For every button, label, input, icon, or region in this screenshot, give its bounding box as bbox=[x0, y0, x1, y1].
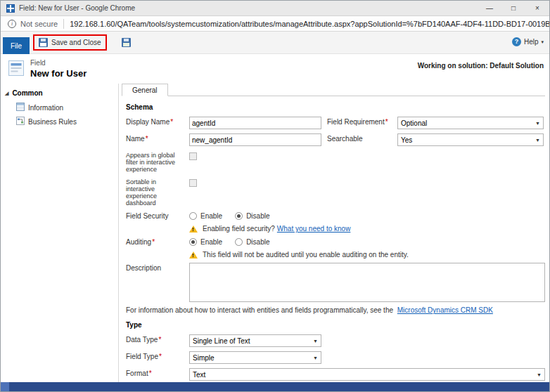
field-security-disable-radio[interactable] bbox=[235, 212, 243, 220]
auditing-enable-radio[interactable] bbox=[189, 238, 197, 246]
sidebar: ◢ Common Information bbox=[1, 84, 119, 382]
required-marker: * bbox=[159, 353, 162, 360]
field-security-label: Field Security bbox=[126, 211, 185, 220]
tree-expander-icon: ◢ bbox=[5, 91, 8, 96]
field-type-row: Field Type* Simple ▼ bbox=[126, 351, 545, 364]
required-marker: * bbox=[149, 370, 152, 377]
data-type-row: Data Type* Single Line of Text ▼ bbox=[126, 334, 545, 347]
warning-icon bbox=[189, 251, 198, 259]
dropdown-arrow-icon: ▼ bbox=[535, 138, 540, 143]
information-icon bbox=[16, 103, 25, 112]
security-warning-text: Enabling field security? bbox=[203, 225, 275, 233]
sortable-checkbox[interactable] bbox=[189, 179, 197, 187]
sidebar-item-business-rules[interactable]: Business Rules bbox=[1, 115, 118, 129]
field-entity-icon bbox=[8, 60, 25, 79]
maximize-button[interactable]: □ bbox=[501, 1, 525, 15]
help-caret-icon: ▾ bbox=[541, 39, 544, 45]
global-filter-label: Appears in global filter in interactive … bbox=[126, 150, 185, 173]
format-row: Format* Text ▼ bbox=[126, 368, 545, 381]
auditing-warning-text: This field will not be audited until you… bbox=[203, 251, 409, 259]
status-bar bbox=[1, 382, 549, 391]
field-security-help-link[interactable]: What you need to know bbox=[277, 225, 351, 233]
searchable-select[interactable]: Yes ▼ bbox=[397, 133, 544, 146]
warning-icon bbox=[189, 226, 198, 233]
tab-general[interactable]: General bbox=[122, 84, 168, 96]
field-type-label: Field Type* bbox=[126, 351, 185, 360]
page-header: Field New for User Working on solution: … bbox=[1, 54, 549, 84]
auditing-label: Auditing* bbox=[126, 237, 185, 246]
page-kicker: Field bbox=[30, 59, 46, 67]
field-requirement-select[interactable]: Optional ▼ bbox=[397, 117, 544, 129]
auditing-disable-radio[interactable] bbox=[235, 238, 243, 246]
field-security-row: Field Security Enable Disable bbox=[126, 211, 545, 220]
display-name-label: Display Name* bbox=[126, 117, 185, 126]
help-button[interactable]: ? Help ▾ bbox=[512, 37, 544, 46]
save-icon bbox=[39, 38, 48, 47]
name-row: Name* Searchable Yes ▼ bbox=[126, 133, 545, 146]
data-type-select[interactable]: Single Line of Text ▼ bbox=[189, 334, 321, 347]
not-secure-label: Not secure bbox=[20, 20, 58, 28]
address-bar: i Not secure 192.168.1.60/QATeam/tools/s… bbox=[1, 16, 549, 32]
sidebar-item-information[interactable]: Information bbox=[1, 100, 118, 115]
required-marker: * bbox=[152, 238, 155, 246]
field-security-enable-radio[interactable] bbox=[189, 212, 197, 220]
crm-sdk-link[interactable]: Microsoft Dynamics CRM SDK bbox=[397, 306, 493, 314]
browser-window: Field: New for User - Google Chrome — □ … bbox=[0, 0, 550, 392]
format-label: Format* bbox=[126, 368, 185, 377]
auditing-row: Auditing* Enable Disable bbox=[126, 237, 545, 246]
titlebar: Field: New for User - Google Chrome — □ … bbox=[1, 1, 549, 16]
sidebar-group-common[interactable]: ◢ Common bbox=[1, 84, 118, 100]
dropdown-arrow-icon: ▼ bbox=[535, 121, 540, 126]
sidebar-item-label: Business Rules bbox=[28, 118, 77, 126]
close-button[interactable]: × bbox=[525, 1, 549, 15]
field-type-select[interactable]: Simple ▼ bbox=[189, 351, 321, 364]
main-content: General Schema Display Name* Field Requi… bbox=[119, 84, 549, 382]
solution-label: Working on solution: Default Solution bbox=[418, 62, 544, 70]
sidebar-group-label: Common bbox=[12, 89, 42, 97]
auditing-enable-label: Enable bbox=[200, 238, 222, 246]
description-row: Description bbox=[126, 263, 545, 302]
global-filter-row: Appears in global filter in interactive … bbox=[126, 150, 545, 173]
display-name-row: Display Name* Field Requirement* Optiona… bbox=[126, 117, 545, 129]
window-title: Field: New for User - Google Chrome bbox=[19, 4, 478, 12]
sortable-label: Sortable in interactive experience dashb… bbox=[126, 177, 185, 207]
description-textarea[interactable] bbox=[189, 263, 545, 302]
dropdown-arrow-icon: ▼ bbox=[313, 339, 318, 344]
file-button[interactable]: File bbox=[3, 37, 30, 54]
data-type-label: Data Type* bbox=[126, 334, 185, 344]
url-text[interactable]: 192.168.1.60/QATeam/tools/systemcustomiz… bbox=[70, 20, 549, 28]
ribbon-toolbar: File Save and Close ? Help ▾ bbox=[1, 32, 549, 54]
sidebar-item-label: Information bbox=[28, 104, 63, 112]
site-info-icon[interactable]: i bbox=[8, 20, 16, 28]
field-security-disable-label: Disable bbox=[246, 212, 269, 220]
field-requirement-label: Field Requirement* bbox=[327, 117, 395, 126]
display-name-input[interactable] bbox=[189, 117, 321, 129]
page-title: New for User bbox=[30, 68, 87, 79]
description-label: Description bbox=[126, 263, 185, 272]
save-and-new-icon bbox=[122, 38, 131, 47]
save-and-new-button[interactable] bbox=[122, 38, 131, 47]
schema-heading: Schema bbox=[126, 103, 545, 111]
auditing-warning-row: This field will not be audited until you… bbox=[126, 250, 545, 259]
format-select[interactable]: Text ▼ bbox=[189, 368, 545, 381]
sdk-note: For information about how to interact wi… bbox=[126, 306, 545, 314]
required-marker: * bbox=[170, 118, 173, 126]
dropdown-arrow-icon: ▼ bbox=[537, 372, 542, 377]
name-input[interactable] bbox=[189, 133, 321, 146]
security-warning-row: Enabling field security? What you need t… bbox=[126, 224, 545, 233]
minimize-button[interactable]: — bbox=[478, 1, 501, 15]
dynamics-favicon-icon bbox=[6, 4, 15, 13]
field-security-enable-label: Enable bbox=[200, 212, 222, 220]
help-label: Help bbox=[524, 38, 539, 46]
field-form: Schema Display Name* Field Requirement* … bbox=[119, 96, 549, 382]
required-marker: * bbox=[146, 135, 148, 143]
help-icon: ? bbox=[512, 37, 521, 46]
address-separator bbox=[63, 19, 64, 29]
save-and-close-button[interactable]: Save and Close bbox=[51, 39, 101, 46]
auditing-disable-label: Disable bbox=[246, 238, 269, 246]
required-marker: * bbox=[158, 336, 161, 344]
global-filter-checkbox[interactable] bbox=[189, 152, 197, 160]
sortable-row: Sortable in interactive experience dashb… bbox=[126, 177, 545, 207]
searchable-label: Searchable bbox=[327, 133, 395, 143]
required-marker: * bbox=[385, 118, 388, 126]
